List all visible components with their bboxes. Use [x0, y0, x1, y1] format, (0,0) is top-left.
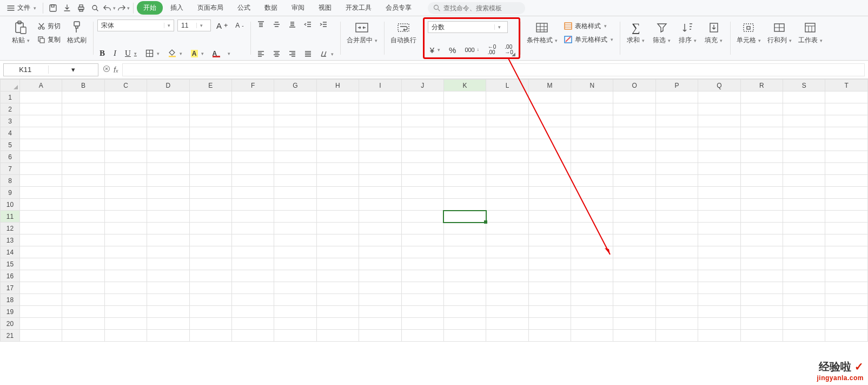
highlight-button[interactable]: A▾ [189, 49, 206, 58]
cell[interactable] [486, 282, 528, 294]
cell[interactable] [783, 127, 825, 139]
col-header[interactable]: P [655, 80, 698, 92]
cell[interactable] [401, 223, 443, 234]
cell[interactable] [20, 115, 62, 127]
font-color-button[interactable]: A▾ [210, 48, 233, 58]
cell[interactable] [316, 211, 359, 223]
cell[interactable] [359, 270, 401, 282]
cell[interactable] [231, 211, 274, 223]
row-header[interactable]: 14 [1, 246, 20, 258]
cell[interactable] [274, 294, 316, 306]
col-header[interactable]: D [147, 80, 189, 92]
cell[interactable] [359, 127, 401, 139]
cell[interactable] [20, 151, 62, 163]
formula-input[interactable] [122, 63, 865, 76]
cell[interactable] [613, 103, 655, 115]
cell[interactable] [20, 294, 62, 306]
cell[interactable] [571, 318, 613, 330]
cell[interactable] [698, 270, 740, 282]
cell[interactable] [825, 318, 868, 330]
cell[interactable] [613, 92, 655, 103]
cut-button[interactable]: 剪切 [35, 21, 63, 32]
bold-button[interactable]: B [97, 48, 107, 59]
wrap-text-button[interactable]: 自动换行 [388, 19, 419, 46]
cell[interactable] [104, 234, 147, 246]
cell[interactable] [486, 163, 528, 175]
cell[interactable] [443, 270, 486, 282]
cell[interactable] [104, 258, 147, 270]
row-header[interactable]: 19 [1, 306, 20, 318]
cell[interactable] [655, 92, 698, 103]
col-header[interactable]: K [443, 80, 486, 92]
paste-button[interactable]: 粘贴▾ [9, 19, 32, 46]
cell[interactable] [62, 282, 104, 294]
cell[interactable] [147, 294, 189, 306]
cell[interactable] [401, 115, 443, 127]
cell[interactable] [655, 163, 698, 175]
dialog-launcher-icon[interactable]: ◢ [512, 51, 515, 57]
save-button[interactable] [47, 2, 59, 15]
cell[interactable] [571, 294, 613, 306]
cell[interactable] [655, 127, 698, 139]
tab-vip[interactable]: 会员专享 [379, 1, 418, 15]
cell[interactable] [783, 270, 825, 282]
align-middle-button[interactable] [270, 19, 283, 30]
row-header[interactable]: 2 [1, 103, 20, 115]
cell[interactable] [316, 270, 359, 282]
worksheet-button[interactable]: 工作表▾ [796, 19, 825, 46]
cell[interactable] [316, 175, 359, 187]
cell[interactable] [104, 139, 147, 151]
cell[interactable] [316, 199, 359, 211]
row-header[interactable]: 13 [1, 234, 20, 246]
cell[interactable] [274, 282, 316, 294]
cell[interactable] [147, 318, 189, 330]
cell[interactable] [698, 318, 740, 330]
cell[interactable] [316, 246, 359, 258]
cell[interactable] [740, 246, 783, 258]
cell[interactable] [613, 306, 655, 318]
cell[interactable] [62, 246, 104, 258]
cell[interactable] [740, 318, 783, 330]
col-header[interactable]: E [189, 80, 231, 92]
cell[interactable] [528, 306, 571, 318]
cell[interactable] [528, 282, 571, 294]
cell[interactable] [316, 234, 359, 246]
cell[interactable] [231, 92, 274, 103]
cell[interactable] [274, 330, 316, 342]
cell[interactable] [443, 246, 486, 258]
cell[interactable] [783, 294, 825, 306]
table-style-button[interactable]: 表格样式▾ [562, 21, 615, 32]
cell[interactable] [62, 199, 104, 211]
cell[interactable] [825, 163, 868, 175]
tab-view[interactable]: 视图 [312, 1, 338, 15]
cell[interactable] [104, 199, 147, 211]
cell[interactable] [231, 199, 274, 211]
align-top-button[interactable] [255, 19, 267, 30]
cell[interactable] [571, 92, 613, 103]
cell[interactable] [147, 330, 189, 342]
cell[interactable] [825, 127, 868, 139]
col-header[interactable]: T [825, 80, 868, 92]
col-header[interactable]: N [571, 80, 613, 92]
cell[interactable] [147, 211, 189, 223]
cell[interactable] [825, 294, 868, 306]
cancel-formula-icon[interactable] [103, 65, 110, 74]
cell[interactable] [486, 270, 528, 282]
cell[interactable] [571, 175, 613, 187]
tab-dev[interactable]: 开发工具 [339, 1, 378, 15]
cell[interactable] [740, 294, 783, 306]
cell[interactable] [316, 306, 359, 318]
cell[interactable] [401, 234, 443, 246]
cell[interactable] [231, 223, 274, 234]
cell[interactable] [147, 115, 189, 127]
cell[interactable] [825, 151, 868, 163]
cell[interactable] [486, 127, 528, 139]
cell[interactable] [104, 294, 147, 306]
cell[interactable] [359, 163, 401, 175]
cell[interactable] [528, 127, 571, 139]
cell[interactable] [359, 139, 401, 151]
cell[interactable] [359, 294, 401, 306]
undo-button[interactable]: ▾ [103, 2, 116, 15]
cell[interactable] [613, 270, 655, 282]
cell[interactable] [740, 163, 783, 175]
